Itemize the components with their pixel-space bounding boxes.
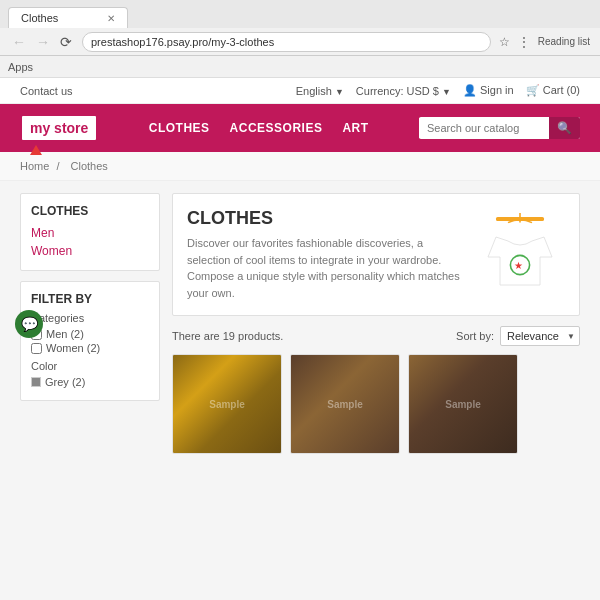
search-input[interactable] bbox=[419, 118, 549, 138]
browser-toolbar: ← → ⟳ prestashop176.psay.pro/my-3-clothe… bbox=[0, 28, 600, 56]
category-description: Discover our favorites fashionable disco… bbox=[187, 235, 467, 301]
category-title: CLOTHES bbox=[187, 208, 475, 229]
language-label: English bbox=[296, 85, 332, 97]
address-bar[interactable]: prestashop176.psay.pro/my-3-clothes bbox=[82, 32, 491, 52]
product-grid: Sample Sample Sample bbox=[172, 354, 580, 454]
cart-link[interactable]: 🛒 Cart (0) bbox=[526, 84, 580, 97]
filter-categories-label: Categories bbox=[31, 312, 149, 324]
website-content: Contact us English ▼ Currency: USD $ ▼ 👤… bbox=[0, 78, 600, 581]
contact-label: Contact us bbox=[20, 85, 73, 97]
cart-label: Cart (0) bbox=[543, 84, 580, 96]
product-sample-1: Sample bbox=[209, 399, 245, 410]
nav-buttons: ← → ⟳ bbox=[8, 32, 76, 52]
sidebar: CLOTHES Men Women FILTER BY Categories M… bbox=[20, 193, 160, 569]
filter-title: FILTER BY bbox=[31, 292, 149, 306]
top-bar: Contact us English ▼ Currency: USD $ ▼ 👤… bbox=[0, 78, 600, 104]
refresh-button[interactable]: ⟳ bbox=[56, 32, 76, 52]
nav-clothes[interactable]: CLOTHES bbox=[149, 121, 210, 135]
product-card-1[interactable]: Sample bbox=[172, 354, 282, 454]
filter-men-item[interactable]: Men (2) bbox=[31, 328, 149, 340]
contact-link[interactable]: Contact us bbox=[20, 85, 73, 97]
sort-select: Sort by: Relevance bbox=[456, 326, 580, 346]
bookmark-icon[interactable]: ☆ bbox=[497, 33, 512, 51]
language-dropdown[interactable]: English ▼ bbox=[296, 85, 344, 97]
sort-label: Sort by: bbox=[456, 330, 494, 342]
tab-close-icon[interactable]: ✕ bbox=[107, 13, 115, 24]
product-card-3[interactable]: Sample bbox=[408, 354, 518, 454]
search-bar: 🔍 bbox=[419, 117, 580, 139]
category-info: CLOTHES Discover our favorites fashionab… bbox=[187, 208, 475, 301]
signin-label: Sign in bbox=[480, 84, 514, 96]
main-nav: CLOTHES ACCESSORIES ART bbox=[149, 121, 369, 135]
cart-icon: 🛒 bbox=[526, 84, 543, 96]
products-bar: There are 19 products. Sort by: Relevanc… bbox=[172, 326, 580, 346]
logo-text: my store bbox=[30, 120, 88, 136]
product-sample-3: Sample bbox=[445, 399, 481, 410]
product-count: There are 19 products. bbox=[172, 330, 283, 342]
language-arrow-icon: ▼ bbox=[335, 87, 344, 97]
breadcrumb: Home / Clothes bbox=[0, 152, 600, 181]
category-image: ★ bbox=[475, 208, 565, 298]
reading-list-button[interactable]: Reading list bbox=[536, 34, 592, 49]
chat-icon: 💬 bbox=[21, 316, 38, 332]
grey-color-swatch bbox=[31, 377, 41, 387]
bookmarks-bar: Apps bbox=[0, 56, 600, 78]
filter-color-label: Color bbox=[31, 360, 149, 372]
svg-text:★: ★ bbox=[514, 260, 523, 271]
filter-grey-item[interactable]: Grey (2) bbox=[31, 376, 149, 388]
sidebar-link-men[interactable]: Men bbox=[31, 224, 149, 242]
sidebar-categories: CLOTHES Men Women bbox=[20, 193, 160, 271]
site-logo[interactable]: my store bbox=[20, 114, 98, 142]
sort-wrapper: Relevance bbox=[500, 326, 580, 346]
browser-actions: ☆ ⋮ Reading list bbox=[497, 33, 592, 51]
category-header: CLOTHES Discover our favorites fashionab… bbox=[172, 193, 580, 316]
breadcrumb-separator: / bbox=[56, 160, 59, 172]
tshirt-illustration: ★ bbox=[480, 213, 560, 293]
currency-dropdown[interactable]: Currency: USD $ ▼ bbox=[356, 85, 451, 97]
active-tab[interactable]: Clothes ✕ bbox=[8, 7, 128, 28]
main-content: CLOTHES Men Women FILTER BY Categories M… bbox=[0, 181, 600, 581]
filter-grey-label: Grey (2) bbox=[45, 376, 85, 388]
arrow-indicator bbox=[30, 145, 42, 155]
filter-women-checkbox[interactable] bbox=[31, 343, 42, 354]
filter-women-label: Women (2) bbox=[46, 342, 100, 354]
back-button[interactable]: ← bbox=[8, 32, 30, 52]
nav-art[interactable]: ART bbox=[342, 121, 368, 135]
site-header: my store CLOTHES ACCESSORIES ART 🔍 bbox=[0, 104, 600, 152]
user-icon: 👤 bbox=[463, 84, 480, 96]
browser-window: Clothes ✕ ← → ⟳ prestashop176.psay.pro/m… bbox=[0, 0, 600, 78]
filter-section: FILTER BY Categories Men (2) Women (2) C… bbox=[20, 281, 160, 401]
sidebar-category-title: CLOTHES bbox=[31, 204, 149, 218]
filter-men-label: Men (2) bbox=[46, 328, 84, 340]
breadcrumb-current: Clothes bbox=[71, 160, 108, 172]
browser-tab-bar: Clothes ✕ bbox=[0, 0, 600, 28]
search-button[interactable]: 🔍 bbox=[549, 117, 580, 139]
forward-button[interactable]: → bbox=[32, 32, 54, 52]
chat-bubble[interactable]: 💬 bbox=[15, 310, 43, 338]
bookmark-apps[interactable]: Apps bbox=[8, 61, 33, 73]
tab-title: Clothes bbox=[21, 12, 58, 24]
sidebar-link-women[interactable]: Women bbox=[31, 242, 149, 260]
url-display: prestashop176.psay.pro/my-3-clothes bbox=[91, 36, 274, 48]
top-bar-right: English ▼ Currency: USD $ ▼ 👤 Sign in 🛒 … bbox=[296, 84, 580, 97]
filter-women-item[interactable]: Women (2) bbox=[31, 342, 149, 354]
settings-icon[interactable]: ⋮ bbox=[516, 33, 532, 51]
product-card-2[interactable]: Sample bbox=[290, 354, 400, 454]
currency-arrow-icon: ▼ bbox=[442, 87, 451, 97]
signin-link[interactable]: 👤 Sign in bbox=[463, 84, 514, 97]
currency-label: Currency: USD $ bbox=[356, 85, 439, 97]
category-content: CLOTHES Discover our favorites fashionab… bbox=[172, 193, 580, 569]
product-sample-2: Sample bbox=[327, 399, 363, 410]
breadcrumb-home[interactable]: Home bbox=[20, 160, 49, 172]
sort-dropdown[interactable]: Relevance bbox=[500, 326, 580, 346]
nav-accessories[interactable]: ACCESSORIES bbox=[230, 121, 323, 135]
